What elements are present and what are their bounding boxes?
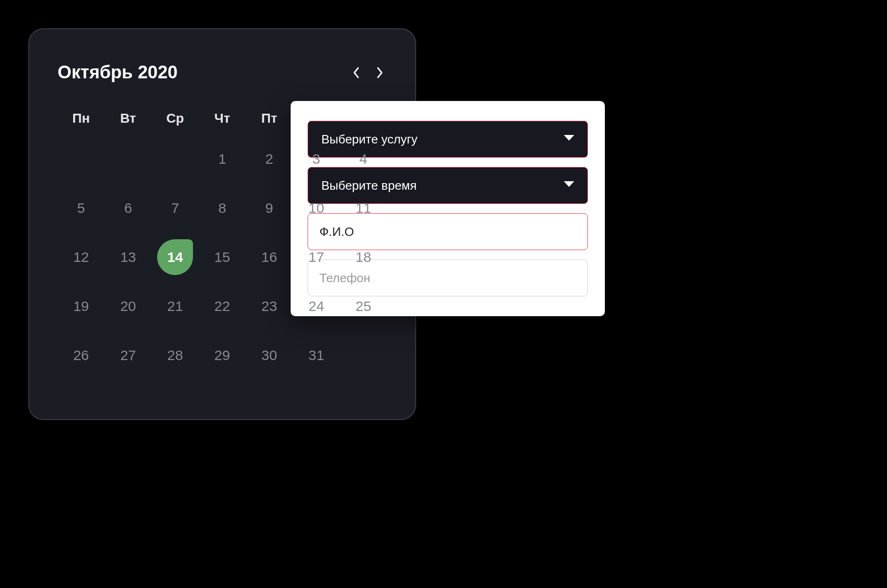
time-select[interactable]: Выберите время — [308, 167, 588, 204]
caret-down-icon — [564, 135, 574, 143]
day-number: 14 — [167, 249, 183, 265]
name-input[interactable] — [308, 213, 588, 250]
next-month-button[interactable] — [374, 66, 387, 79]
time-select-label: Выберите время — [321, 178, 417, 193]
day-cell[interactable]: 1 — [199, 143, 246, 175]
day-cell[interactable]: 7 — [151, 192, 199, 224]
day-number: 28 — [167, 347, 183, 363]
day-cell[interactable]: 29 — [199, 339, 246, 371]
weekday-label: Пн — [58, 111, 105, 126]
booking-form-card: Выберите услугу Выберите время — [291, 101, 605, 316]
service-select-label: Выберите услугу — [321, 132, 418, 147]
day-cell[interactable]: 27 — [105, 339, 152, 371]
chevron-left-icon — [352, 67, 359, 78]
day-number: 21 — [167, 298, 183, 314]
day-cell-empty — [151, 143, 199, 175]
day-cell-empty — [105, 143, 152, 175]
weekday-label: Вт — [105, 111, 152, 126]
day-number: 24 — [309, 298, 324, 314]
day-cell[interactable]: 30 — [246, 339, 293, 371]
day-number: 8 — [218, 200, 226, 216]
day-cell[interactable]: 22 — [199, 290, 246, 322]
chevron-right-icon — [377, 67, 384, 78]
day-number: 30 — [261, 347, 277, 363]
day-cell[interactable]: 21 — [151, 290, 199, 322]
day-cell[interactable]: 8 — [199, 192, 246, 224]
day-cell[interactable]: 31 — [293, 339, 340, 371]
day-number: 31 — [309, 347, 324, 363]
day-number: 17 — [309, 249, 324, 265]
day-number: 10 — [309, 200, 324, 216]
day-cell[interactable]: 5 — [58, 192, 105, 224]
day-number: 19 — [73, 298, 89, 314]
day-cell-empty — [58, 143, 105, 175]
day-cell[interactable]: 14 — [151, 241, 199, 273]
day-number: 20 — [120, 298, 136, 314]
day-cell[interactable]: 15 — [199, 241, 246, 273]
day-number: 9 — [265, 200, 273, 216]
day-number: 7 — [171, 200, 179, 216]
day-cell[interactable]: 9 — [246, 192, 293, 224]
day-number: 23 — [261, 298, 277, 314]
day-number: 25 — [355, 298, 371, 314]
day-cell[interactable]: 23 — [246, 290, 293, 322]
day-number: 6 — [124, 200, 132, 216]
day-number: 15 — [214, 249, 230, 265]
day-number: 13 — [120, 249, 136, 265]
calendar-nav-arrows — [349, 66, 387, 79]
day-number: 2 — [265, 151, 273, 167]
service-select[interactable]: Выберите услугу — [308, 121, 588, 158]
day-cell[interactable]: 19 — [58, 290, 105, 322]
day-number: 16 — [261, 249, 277, 265]
day-cell[interactable]: 2 — [246, 143, 293, 175]
phone-input[interactable] — [308, 260, 588, 296]
day-number: 29 — [214, 347, 230, 363]
day-number: 18 — [355, 249, 371, 265]
day-number: 12 — [73, 249, 89, 265]
day-cell[interactable]: 28 — [151, 339, 199, 371]
day-cell[interactable]: 13 — [105, 241, 152, 273]
day-number: 5 — [77, 200, 85, 216]
caret-down-icon — [564, 181, 574, 190]
prev-month-button[interactable] — [349, 66, 362, 79]
day-number: 1 — [218, 151, 226, 167]
calendar-header: Октябрь 2020 — [58, 62, 387, 83]
day-number: 27 — [120, 347, 136, 363]
day-number: 4 — [360, 151, 368, 167]
day-number: 11 — [355, 200, 371, 216]
day-cell[interactable]: 6 — [105, 192, 152, 224]
day-cell[interactable]: 20 — [105, 290, 152, 322]
month-title: Октябрь 2020 — [58, 62, 178, 83]
day-cell[interactable]: 12 — [58, 241, 105, 273]
day-cell[interactable]: 26 — [58, 339, 105, 371]
day-cell[interactable]: 16 — [246, 241, 293, 273]
day-number: 22 — [214, 298, 230, 314]
weekday-label: Пт — [246, 111, 293, 126]
weekday-label: Ср — [151, 111, 199, 126]
day-number: 3 — [312, 151, 320, 167]
weekday-label: Чт — [199, 111, 246, 126]
day-number: 26 — [73, 347, 89, 363]
